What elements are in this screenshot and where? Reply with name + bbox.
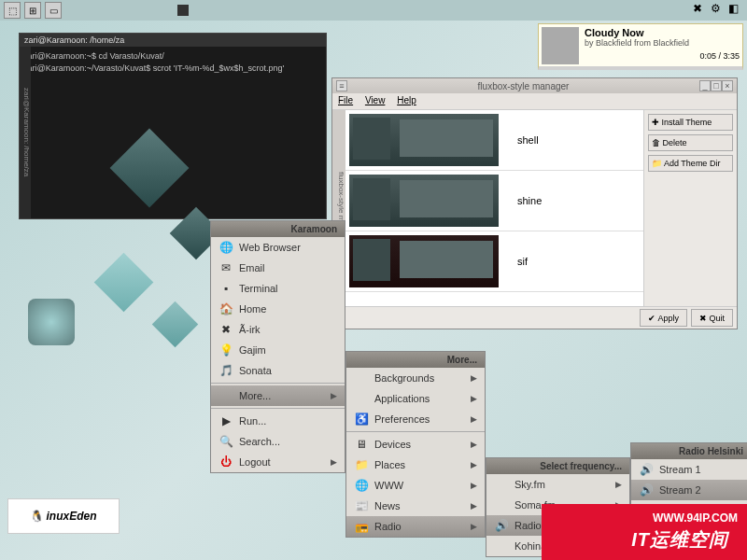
home-icon: 🏠	[218, 301, 233, 316]
menu-web-browser[interactable]: 🌐Web Browser	[211, 237, 345, 258]
menu-terminal[interactable]: ▪Terminal	[211, 278, 345, 299]
bulb-icon: 💡	[218, 343, 233, 357]
menu-backgrounds[interactable]: Backgrounds▶	[346, 368, 485, 388]
terminal-window[interactable]: zari@Karamoon: /home/za zari@Karamoon: /…	[19, 33, 327, 219]
style-footer: ✔ Apply ✖ Quit	[332, 306, 737, 329]
terminal-titlebar[interactable]: zari@Karamoon: /home/za	[20, 34, 326, 47]
theme-preview	[349, 235, 499, 287]
www-icon: 🌐	[354, 478, 369, 493]
style-actions: ✚ Install Theme 🗑 Delete 📁 Add Theme Dir	[643, 110, 737, 306]
banner-text: IT运维空间	[631, 527, 728, 553]
terminal-tab[interactable]: zari@Karamoon: /home/za	[20, 47, 31, 218]
radio-icon: 📻	[354, 519, 369, 534]
minimize-icon[interactable]: _	[699, 80, 711, 91]
taskbar-app-2[interactable]: ⊞	[24, 2, 41, 19]
theme-row[interactable]: sif	[345, 231, 643, 292]
album-art	[542, 27, 579, 64]
menu-sonata[interactable]: 🎵Sonata	[211, 360, 345, 381]
theme-name: sif	[517, 256, 528, 267]
menubar: File View Help	[332, 93, 737, 110]
window-title: fluxbox-style manager	[347, 81, 699, 91]
menu-icon[interactable]: ≡	[336, 80, 347, 91]
speaker-icon: 🔊	[639, 483, 654, 497]
style-manager-window: ≡ fluxbox-style manager _ □ × File View …	[331, 77, 738, 329]
menu-stream-1[interactable]: 🔊Stream 1	[631, 459, 747, 480]
run-icon: ▶	[218, 413, 233, 428]
style-manager-titlebar[interactable]: ≡ fluxbox-style manager _ □ ×	[332, 78, 737, 93]
menu-separator	[211, 383, 345, 384]
taskbar-app-3[interactable]: ▭	[45, 2, 62, 19]
delete-button[interactable]: 🗑 Delete	[648, 134, 733, 151]
menu-gajim[interactable]: 💡Gajim	[211, 340, 345, 360]
menu-help[interactable]: Help	[397, 95, 416, 105]
terminal-body[interactable]: zari@Karamoon:~$ cd Varasto/Kuvat/ zari@…	[20, 47, 326, 77]
menu-more[interactable]: More...▶	[211, 385, 345, 406]
tray-icon-1[interactable]: ✖	[693, 2, 708, 17]
taskbar-indicator	[177, 5, 189, 16]
root-menu: Karamoon 🌐Web Browser ✉Email ▪Terminal 🏠…	[210, 220, 345, 473]
menu-news[interactable]: 📰News▶	[346, 496, 485, 516]
menu-title: Radio Helsinki	[631, 443, 747, 459]
linuxeden-logo: inuxEden	[7, 498, 120, 534]
theme-name: shell	[517, 134, 539, 146]
taskbar: ⬚ ⊞ ▭	[0, 0, 747, 21]
menu-view[interactable]: View	[365, 95, 386, 105]
tray-icon-2[interactable]: ⚙	[711, 2, 726, 17]
install-theme-button[interactable]: ✚ Install Theme	[648, 114, 733, 131]
device-icon: 🖥	[354, 437, 369, 452]
close-icon[interactable]: ×	[722, 80, 733, 91]
music-icon: 🎵	[218, 363, 233, 378]
power-icon: ⏻	[218, 455, 233, 469]
menu-logout[interactable]: ⏻Logout▶	[211, 452, 345, 472]
launcher-icon[interactable]	[28, 299, 75, 345]
terminal-line: zari@Karamoon:~/Varasto/Kuvat$ scrot 'IT…	[23, 63, 322, 75]
mail-icon: ✉	[218, 260, 233, 275]
track-artist: by Blackfield from Blackfield	[585, 38, 740, 48]
taskbar-app-1[interactable]: ⬚	[4, 2, 21, 19]
menu-stream-2[interactable]: 🔊Stream 2	[631, 480, 747, 500]
track-title: Cloudy Now	[585, 27, 740, 38]
menu-search[interactable]: 🔍Search...	[211, 431, 345, 452]
menu-places[interactable]: 📁Places▶	[346, 455, 485, 475]
chevron-right-icon: ▶	[331, 391, 337, 400]
news-icon: 📰	[354, 498, 369, 513]
track-time: 0:05 / 3:35	[585, 51, 740, 61]
x-icon: ✖	[218, 322, 233, 337]
menu-title: Karamoon	[211, 221, 345, 237]
menu-sky-fm[interactable]: Sky.fm▶	[486, 474, 629, 495]
quit-button[interactable]: ✖ Quit	[691, 309, 733, 327]
menu-separator	[346, 431, 485, 432]
menu-home[interactable]: 🏠Home	[211, 299, 345, 319]
accessibility-icon: ♿	[354, 412, 369, 427]
menu-applications[interactable]: Applications▶	[346, 388, 485, 409]
terminal-line: zari@Karamoon:~$ cd Varasto/Kuvat/	[23, 50, 322, 63]
search-icon: 🔍	[218, 434, 233, 449]
menu-radio[interactable]: 📻Radio▶	[346, 516, 485, 537]
folder-icon: 📁	[354, 457, 369, 472]
menu-title: More...	[346, 352, 485, 368]
maximize-icon[interactable]: □	[711, 80, 722, 91]
music-widget[interactable]: Cloudy Now by Blackfield from Blackfield…	[538, 23, 743, 70]
banner-url: WWW.94IP.COM	[653, 511, 738, 525]
theme-row[interactable]: shine	[345, 171, 643, 231]
menu-www[interactable]: 🌐WWW▶	[346, 475, 485, 496]
theme-row[interactable]: shell	[345, 110, 643, 171]
tray-icon-3[interactable]: ◧	[728, 2, 743, 17]
apply-button[interactable]: ✔ Apply	[640, 309, 687, 327]
theme-preview	[349, 175, 499, 227]
more-menu: More... Backgrounds▶ Applications▶ ♿Pref…	[345, 351, 486, 538]
menu-email[interactable]: ✉Email	[211, 258, 345, 278]
menu-file[interactable]: File	[338, 95, 353, 105]
theme-list[interactable]: shell shine sif	[345, 110, 643, 306]
add-theme-dir-button[interactable]: 📁 Add Theme Dir	[648, 155, 733, 172]
terminal-icon: ▪	[218, 281, 233, 296]
menu-devices[interactable]: 🖥Devices▶	[346, 434, 485, 455]
menu-preferences[interactable]: ♿Preferences▶	[346, 409, 485, 429]
globe-icon: 🌐	[218, 240, 233, 255]
speaker-icon: 🔊	[639, 462, 654, 477]
theme-preview	[349, 114, 499, 166]
menu-airk[interactable]: ✖Ã-irk	[211, 319, 345, 340]
menu-separator	[211, 408, 345, 409]
system-tray: ✖ ⚙ ◧	[693, 2, 743, 17]
menu-run[interactable]: ▶Run...	[211, 411, 345, 431]
